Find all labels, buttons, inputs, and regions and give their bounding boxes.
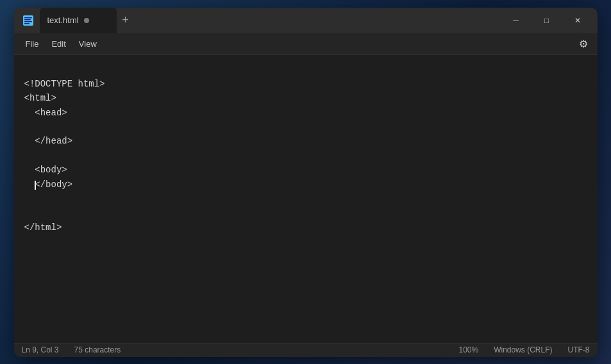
svg-rect-4 [24, 23, 29, 24]
tab-text-html[interactable]: text.html [40, 8, 117, 33]
editor-line [24, 192, 587, 206]
editor-line: <head> [24, 106, 587, 120]
char-count[interactable]: 75 characters [74, 345, 121, 354]
encoding[interactable]: UTF-8 [568, 345, 590, 354]
editor-line: </head> [24, 134, 587, 148]
settings-gear-icon[interactable]: ⚙ [574, 35, 592, 53]
svg-rect-1 [24, 17, 32, 19]
window-controls: ─ □ ✕ [501, 10, 592, 31]
editor-line: <!DOCTYPE html> [24, 77, 587, 91]
editor-line-cursor: </body> [24, 178, 587, 192]
text-cursor [35, 181, 36, 190]
menubar: File Edit View ⚙ [14, 33, 598, 55]
menu-view[interactable]: View [72, 37, 103, 51]
svg-rect-2 [24, 19, 31, 21]
editor-area[interactable]: <!DOCTYPE html> <html> <head> </head> <b… [14, 55, 598, 343]
statusbar-right: 100% Windows (CRLF) UTF-8 [458, 345, 589, 354]
cursor-position[interactable]: Ln 9, Col 3 [22, 345, 59, 354]
svg-rect-0 [23, 15, 33, 26]
minimize-button[interactable]: ─ [501, 10, 531, 31]
line-ending[interactable]: Windows (CRLF) [494, 345, 552, 354]
close-button[interactable]: ✕ [563, 10, 592, 31]
editor-line: <html> [24, 91, 587, 105]
editor-line: </html> [24, 220, 587, 235]
statusbar: Ln 9, Col 3 75 characters 100% Windows (… [14, 343, 598, 357]
svg-rect-3 [24, 21, 32, 22]
menu-file[interactable]: File [19, 37, 46, 51]
maximize-button[interactable]: □ [532, 10, 562, 31]
editor-line: <body> [24, 163, 587, 177]
editor-line [24, 63, 587, 77]
titlebar: text.html + ─ □ ✕ [14, 8, 598, 33]
tab-title: text.html [47, 15, 79, 25]
new-tab-button[interactable]: + [117, 12, 135, 29]
app-window: text.html + ─ □ ✕ File Edit View ⚙ <!DOC… [14, 8, 598, 357]
editor-line [24, 149, 587, 163]
tab-area: text.html + [40, 8, 501, 33]
editor-line [24, 120, 587, 134]
app-icon [19, 12, 37, 29]
editor-line [24, 206, 587, 220]
zoom-level[interactable]: 100% [458, 345, 478, 354]
tab-unsaved-dot [84, 18, 89, 23]
menu-edit[interactable]: Edit [45, 37, 72, 51]
